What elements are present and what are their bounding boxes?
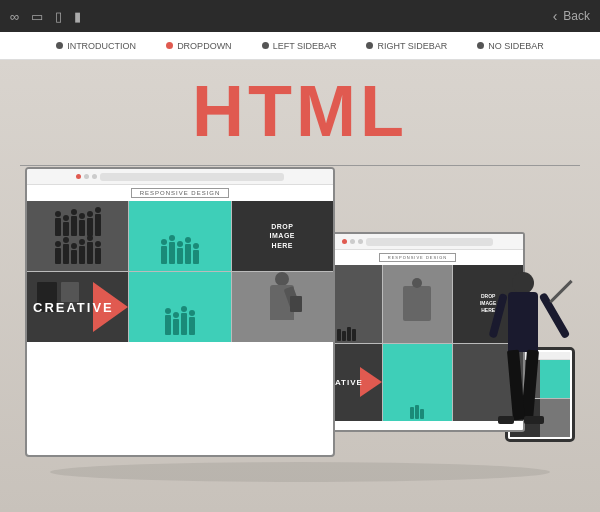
person-foot-left (498, 416, 514, 424)
scene: HTML RESPONSIVE DESIGN (0, 60, 600, 512)
silhouette-teal-bottom-row (133, 310, 226, 338)
nav-left-sidebar[interactable]: LEFT SIDEBAR (262, 41, 337, 51)
drop-image-text: DROPIMAGEHERE (270, 222, 295, 249)
sil-tb-3 (181, 313, 187, 335)
monitor-dot-3 (92, 174, 97, 179)
sm-sil-4 (352, 329, 356, 341)
large-monitor-grid: DROPIMAGEHERE CREATIVE (27, 201, 333, 342)
sm-creative-triangle (360, 367, 382, 397)
nav-right-sidebar[interactable]: RIGHT SIDEBAR (366, 41, 447, 51)
topbar-back[interactable]: ‹ Back (553, 8, 590, 24)
floor-shadow (50, 462, 550, 482)
silhouette-5 (87, 218, 93, 236)
sil-teal-5 (193, 250, 199, 264)
sm-dot-2 (350, 239, 355, 244)
nav-introduction[interactable]: INTRODUCTION (56, 41, 136, 51)
sil-teal-3 (177, 248, 183, 264)
sm-person-reading (403, 286, 431, 321)
silhouette-9 (71, 250, 77, 264)
silhouette-11 (87, 242, 93, 264)
sm-teal-sil-3 (420, 409, 424, 419)
sm-sil-1 (337, 329, 341, 341)
person-leg-left (507, 350, 525, 421)
sil-teal-1 (161, 246, 167, 264)
creative-text-large: CREATIVE (27, 300, 114, 315)
sil-tb-4 (189, 317, 195, 335)
nav-label-no-sidebar: NO SIDEBAR (488, 41, 544, 51)
sm-sil-3 (347, 327, 351, 341)
grid-cell-teal-top (129, 201, 230, 271)
topbar: ∞ ▭ ▯ ▮ ‹ Back (0, 0, 600, 32)
grid-cell-dark-room: CREATIVE (27, 272, 128, 342)
nav-label-introduction: INTRODUCTION (67, 41, 136, 51)
grid-cell-drop: DROPIMAGEHERE (232, 201, 333, 271)
silhouette-row-1 (31, 211, 124, 239)
responsive-label-small: RESPONSIVE DESIGN (312, 250, 523, 265)
infinity-icon: ∞ (10, 9, 19, 24)
sm-teal-sil-1 (410, 407, 414, 419)
back-label[interactable]: Back (563, 9, 590, 23)
silhouette-7 (55, 248, 61, 264)
html-title: HTML (192, 70, 408, 152)
nav-no-sidebar[interactable]: NO SIDEBAR (477, 41, 544, 51)
person-torso (508, 292, 538, 352)
sm-teal-row (385, 405, 451, 419)
back-arrow-icon: ‹ (553, 8, 558, 24)
nav-label-right-sidebar: RIGHT SIDEBAR (377, 41, 447, 51)
silhouette-4 (79, 220, 85, 236)
responsive-label-large: RESPONSIVE DESIGN (27, 185, 333, 201)
man-head (275, 272, 289, 286)
person-arm-left (488, 293, 507, 339)
navbar: INTRODUCTION DROPDOWN LEFT SIDEBAR RIGHT… (0, 32, 600, 60)
nav-label-left-sidebar: LEFT SIDEBAR (273, 41, 337, 51)
grid-cell-teal-bottom (129, 272, 230, 342)
sil-tb-1 (165, 315, 171, 335)
sm-head (412, 278, 422, 288)
person-figure (488, 272, 558, 472)
person-head (512, 272, 534, 294)
monitor-icon: ▭ (31, 9, 43, 24)
sil-teal-2 (169, 242, 175, 264)
large-monitor: RESPONSIVE DESIGN (25, 167, 335, 457)
silhouette-1 (55, 218, 61, 236)
divider-line (20, 165, 580, 166)
sm-url-bar (366, 238, 493, 246)
monitor-topbar-large (27, 169, 333, 185)
grid-cell-people-dark (27, 201, 128, 271)
sm-grid-2 (383, 265, 453, 343)
monitor-url-bar (100, 173, 284, 181)
silhouette-10 (79, 246, 85, 264)
responsive-badge-small: RESPONSIVE DESIGN (379, 253, 456, 262)
sm-sil-2 (342, 331, 346, 341)
sm-teal-sil-2 (415, 405, 419, 419)
nav-dot-dropdown (166, 42, 173, 49)
sm-dot-1 (342, 239, 347, 244)
responsive-badge-large: RESPONSIVE DESIGN (131, 188, 230, 198)
silhouette-teal-row-1 (133, 239, 226, 267)
nav-dot-left-sidebar (262, 42, 269, 49)
man-tablet-device (290, 296, 302, 312)
grid-cell-man-tablet (232, 272, 333, 342)
man-figure (257, 272, 307, 342)
silhouette-8 (63, 244, 69, 264)
nav-dot-introduction (56, 42, 63, 49)
person-body (488, 272, 558, 472)
monitor-dot-1 (76, 174, 81, 179)
nav-dot-right-sidebar (366, 42, 373, 49)
tablet-icon: ▯ (55, 9, 62, 24)
silhouette-row-2 (31, 239, 124, 267)
person-pen-icon (549, 280, 572, 303)
silhouette-12 (95, 248, 101, 264)
monitor-topbar-small (312, 234, 523, 250)
sm-dot-3 (358, 239, 363, 244)
monitor-dot-2 (84, 174, 89, 179)
silhouette-3 (71, 216, 77, 236)
sm-grid-teal (383, 344, 453, 422)
person-foot-right (524, 416, 544, 424)
nav-dropdown[interactable]: DROPDOWN (166, 41, 232, 51)
nav-label-dropdown: DROPDOWN (177, 41, 232, 51)
nav-dot-no-sidebar (477, 42, 484, 49)
phone-icon: ▮ (74, 9, 81, 24)
silhouette-6 (95, 214, 101, 236)
topbar-icons: ∞ ▭ ▯ ▮ (10, 9, 81, 24)
